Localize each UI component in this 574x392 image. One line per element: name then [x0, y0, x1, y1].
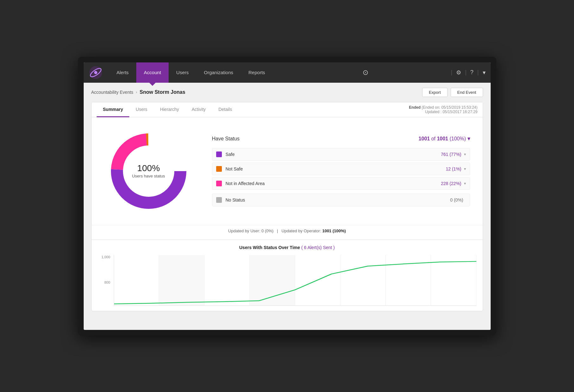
status-item-not-in-area[interactable]: Not in Affected Area 228 (22%) ▾	[212, 177, 470, 190]
ended-label: Ended	[409, 105, 421, 110]
nav-item-organizations[interactable]: Organizations	[196, 62, 241, 83]
y-label-top: 1,000	[98, 255, 110, 259]
nav-item-alerts[interactable]: Alerts	[109, 62, 136, 83]
updated-date: 05/15/2017 16:27:29	[442, 110, 477, 114]
updated-by-operator-value: 1001 (100%)	[322, 228, 346, 233]
donut-subtitle: Users have status	[132, 173, 165, 179]
status-item-no-status[interactable]: No Status 0 (0%)	[212, 194, 470, 206]
chart-line-svg	[114, 255, 476, 305]
svg-point-2	[94, 71, 97, 74]
no-status-swatch	[216, 197, 222, 203]
breadcrumb-current: Snow Storm Jonas	[140, 89, 185, 95]
not-safe-label: Not Safe	[226, 166, 446, 171]
breadcrumb: Accountability Events › Snow Storm Jonas	[91, 89, 185, 95]
status-item-not-safe[interactable]: Not Safe 12 (1%) ▾	[212, 163, 470, 175]
status-table: Have Status 1001 of 1001 (100%) ▾ Safe	[212, 136, 470, 206]
tab-details[interactable]: Details	[212, 102, 238, 117]
updated-label: Updated :	[425, 110, 442, 114]
not-in-area-count: 228 (22%)	[441, 181, 461, 186]
donut-percent: 100%	[132, 163, 165, 173]
updated-by-row: Updated by User: 0 (0%) | Updated by Ope…	[92, 225, 483, 240]
nav-item-account[interactable]: Account	[136, 62, 169, 83]
tab-hierarchy[interactable]: Hierarchy	[154, 102, 185, 117]
not-safe-chevron: ▾	[464, 167, 466, 171]
breadcrumb-separator: ›	[136, 90, 137, 94]
not-safe-count: 12 (1%)	[446, 166, 461, 171]
safe-count: 761 (77%)	[441, 152, 461, 157]
nav-item-reports[interactable]: Reports	[241, 62, 273, 83]
status-item-safe[interactable]: Safe 761 (77%) ▾	[212, 148, 470, 161]
donut-chart: 100% Users have status	[104, 127, 193, 215]
tabs: Summary Users Hierarchy Activity Details	[97, 102, 238, 117]
tab-activity[interactable]: Activity	[185, 102, 212, 117]
nav-items: Alerts Account Users Organizations Repor…	[109, 62, 280, 83]
chart-section: Users With Status Over Time ( 6 Alert(s)…	[92, 240, 483, 311]
summary-panel: 100% Users have status Have Status 1001 …	[92, 117, 483, 225]
help-icon[interactable]: ?	[470, 69, 474, 76]
not-in-area-chevron: ▾	[464, 181, 466, 186]
donut-label: 100% Users have status	[132, 163, 165, 179]
divider-right2: |	[477, 69, 479, 76]
y-label-mid: 800	[98, 280, 110, 284]
not-in-area-swatch	[216, 181, 222, 186]
app-logo[interactable]	[89, 66, 103, 80]
screen-inner: Alerts Account Users Organizations Repor…	[84, 62, 491, 330]
end-event-button[interactable]: End Event	[451, 88, 483, 97]
divider-left: |	[451, 69, 452, 76]
no-status-count: 0 (0%)	[450, 197, 463, 202]
safe-chevron: ▾	[464, 152, 466, 157]
no-status-label: No Status	[226, 197, 450, 202]
export-button[interactable]: Export	[422, 88, 448, 97]
dropdown-icon[interactable]: ▾	[483, 69, 486, 76]
have-status-value: 1001 of 1001 (100%) ▾	[419, 136, 470, 142]
breadcrumb-row: Accountability Events › Snow Storm Jonas…	[91, 88, 483, 97]
tabs-row: Summary Users Hierarchy Activity Details…	[92, 102, 483, 117]
safe-label: Safe	[226, 152, 441, 157]
updated-by-user-value: 0 (0%)	[261, 228, 274, 233]
ended-date: (Ended on: 05/15/2019 15:53:24)	[422, 105, 477, 110]
screen-frame: Alerts Account Users Organizations Repor…	[78, 57, 496, 336]
nav-item-users[interactable]: Users	[169, 62, 196, 83]
alert-count: ( 6 Alert(s) Sent )	[301, 245, 335, 250]
event-card: Summary Users Hierarchy Activity Details…	[91, 102, 483, 311]
settings-icon[interactable]: ⚙	[456, 69, 461, 76]
not-in-area-label: Not in Affected Area	[226, 181, 441, 186]
safe-swatch	[216, 151, 222, 157]
center-icon[interactable]: ⊙	[363, 68, 368, 77]
have-status-current: 1001	[419, 136, 430, 141]
tab-summary[interactable]: Summary	[97, 102, 130, 117]
updated-by-user-label: Updated by User:	[228, 228, 260, 233]
navbar: Alerts Account Users Organizations Repor…	[84, 62, 491, 83]
have-status-row: Have Status 1001 of 1001 (100%) ▾	[212, 136, 470, 142]
breadcrumb-parent[interactable]: Accountability Events	[91, 90, 133, 95]
chart-y-labels: 1,000 800	[98, 255, 112, 306]
main-content: Accountability Events › Snow Storm Jonas…	[84, 83, 491, 330]
updated-by-operator-label: Updated by Operator:	[281, 228, 321, 233]
tab-users[interactable]: Users	[129, 102, 154, 117]
navbar-center: ⊙	[280, 68, 451, 77]
divider-right: |	[465, 69, 467, 76]
chart-title: Users With Status Over Time ( 6 Alert(s)…	[98, 245, 476, 250]
chart-area: 1,000 800	[98, 255, 476, 306]
navbar-right: | ⚙ | ? | ▾	[451, 69, 485, 76]
chart-plot	[114, 255, 476, 306]
breadcrumb-actions: Export End Event	[422, 88, 483, 97]
tab-meta: Ended (Ended on: 05/15/2019 15:53:24) Up…	[409, 103, 477, 117]
have-status-label: Have Status	[212, 136, 240, 142]
not-safe-swatch	[216, 166, 222, 172]
